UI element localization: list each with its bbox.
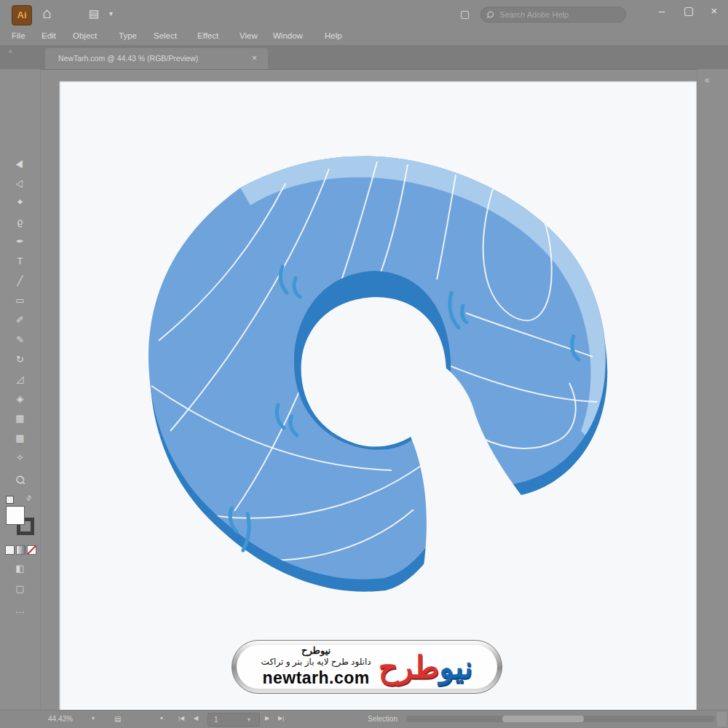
lasso-tool[interactable]: ϱ xyxy=(0,214,40,232)
color-mode-row xyxy=(5,545,37,554)
newtarh-logo: نیوطرح xyxy=(379,651,473,683)
rotate-tool[interactable]: ↻ xyxy=(0,352,40,369)
menu-file[interactable]: File xyxy=(12,31,25,40)
panel-dock: « xyxy=(697,69,728,710)
last-artboard-button[interactable]: ▶| xyxy=(278,715,284,721)
menu-view[interactable]: View xyxy=(240,31,258,40)
arrange-documents-icon[interactable]: ▤ xyxy=(89,7,99,20)
logo-red-text: طرح xyxy=(379,652,440,683)
artboard-nav-icon[interactable]: ▤ xyxy=(114,715,121,723)
menu-bar: File Edit Object Type Select Effect View… xyxy=(0,29,728,45)
home-icon[interactable]: ⌂ xyxy=(42,4,52,22)
prev-artboard-button[interactable]: ◀ xyxy=(194,715,198,721)
app-bar: Ai ⌂ ▤ ▾ ▢ Ϙ – ▢ × xyxy=(0,0,728,29)
watermark-content: نیوطرح نیوطرح دانلود طرح لایه باز بنر و … xyxy=(237,645,497,689)
zoom-tool[interactable]: Ϙ xyxy=(0,472,40,489)
workspace-icon[interactable]: ▢ xyxy=(460,8,470,20)
menu-help[interactable]: Help xyxy=(325,31,342,40)
artboard-number-field[interactable]: 1 ▾ xyxy=(207,713,260,727)
illustrator-window: Ai ⌂ ▤ ▾ ▢ Ϙ – ▢ × File Edit Object Type… xyxy=(0,0,728,728)
selection-tool[interactable]: ▶ xyxy=(0,155,40,173)
menu-window[interactable]: Window xyxy=(273,31,303,40)
artboard-field-chevron-icon[interactable]: ▾ xyxy=(248,716,250,723)
eyedropper-tool[interactable]: ✧ xyxy=(0,450,40,467)
dock-collapse-icon[interactable]: « xyxy=(705,75,710,85)
scale-tool[interactable]: ◿ xyxy=(0,371,40,389)
type-tool[interactable]: T xyxy=(0,253,40,271)
line-segment-tool[interactable]: ╱ xyxy=(0,273,40,290)
draw-mode-button[interactable]: ◧ xyxy=(0,563,40,574)
next-artboard-button[interactable]: ▶ xyxy=(265,715,269,721)
mesh-tool[interactable]: ▦ xyxy=(0,411,40,428)
canvas-area[interactable] xyxy=(0,0,728,728)
pen-tool[interactable]: ✒ xyxy=(0,234,40,251)
direct-selection-tool[interactable]: ▷ xyxy=(0,175,40,192)
watermark-badge: نیوطرح نیوطرح دانلود طرح لایه باز بنر و … xyxy=(232,640,502,694)
logo-blue-text: نیو xyxy=(439,652,472,683)
document-tab[interactable]: NewTarh.com @ 44.43 % (RGB/Preview) × xyxy=(45,48,268,69)
artboard-nav-chevron-icon[interactable]: ▾ xyxy=(160,715,163,721)
status-tool-label: Selection xyxy=(368,715,397,723)
close-button[interactable]: × xyxy=(706,4,722,17)
zoom-level[interactable]: 44.43% xyxy=(48,715,73,723)
document-tab-bar: ^ NewTarh.com @ 44.43 % (RGB/Preview) × xyxy=(0,45,728,70)
gradient-button[interactable] xyxy=(16,545,25,555)
paintbrush-tool[interactable]: ✐ xyxy=(0,312,40,330)
tab-collapse-icon[interactable]: ^ xyxy=(9,50,12,58)
watermark-tagline: دانلود طرح لایه باز بنر و تراکت xyxy=(261,657,371,668)
restore-button[interactable]: ▢ xyxy=(681,4,697,17)
menu-effect[interactable]: Effect xyxy=(197,31,218,40)
document-title: NewTarh.com @ 44.43 % (RGB/Preview) xyxy=(58,54,198,63)
default-swatches-icon[interactable] xyxy=(6,496,14,504)
pencil-tool[interactable]: ✎ xyxy=(0,332,40,349)
color-button[interactable] xyxy=(5,545,15,555)
edit-toolbar-button[interactable]: … xyxy=(0,604,40,615)
menu-type[interactable]: Type xyxy=(119,31,137,40)
menu-select[interactable]: Select xyxy=(154,31,177,40)
search-input[interactable] xyxy=(498,9,620,20)
scrollbar-thumb[interactable] xyxy=(502,716,584,722)
fill-stroke-control[interactable]: ⇄ xyxy=(6,496,36,539)
shape-builder-tool[interactable]: ◈ xyxy=(0,391,40,408)
swap-fill-stroke-icon[interactable]: ⇄ xyxy=(25,494,33,502)
resize-grip[interactable] xyxy=(717,712,727,727)
first-artboard-button[interactable]: |◀ xyxy=(178,715,184,721)
magic-wand-tool[interactable]: ✦ xyxy=(0,194,40,212)
menu-edit[interactable]: Edit xyxy=(41,31,56,40)
minimize-button[interactable]: – xyxy=(654,4,670,17)
rectangle-tool[interactable]: ▭ xyxy=(0,293,40,310)
menu-object[interactable]: Object xyxy=(73,31,97,40)
arrange-chevron-icon[interactable]: ▾ xyxy=(109,9,113,17)
fill-swatch[interactable] xyxy=(6,506,25,525)
none-button[interactable] xyxy=(27,545,36,555)
search-icon: Ϙ xyxy=(484,9,496,21)
tab-close-icon[interactable]: × xyxy=(252,53,257,63)
tools-panel: ▶ ▷ ✦ ϱ ✒ T ╱ ▭ ✐ ✎ ↻ ◿ ◈ ▦ ▩ ✧ Ϙ ⇄ ◧ ▢ … xyxy=(0,69,41,710)
watermark-text-stack: نیوطرح دانلود طرح لایه باز بنر و تراکت n… xyxy=(261,645,371,689)
artboard-number: 1 xyxy=(214,716,218,724)
watermark-brand: نیوطرح xyxy=(301,645,331,657)
zoom-chevron-icon[interactable]: ▾ xyxy=(92,715,95,721)
gradient-tool[interactable]: ▩ xyxy=(0,430,40,448)
watermark-domain: newtarh.com xyxy=(262,668,369,689)
help-search[interactable]: Ϙ xyxy=(480,7,626,23)
neck-pillow-artwork[interactable] xyxy=(149,156,607,591)
screen-mode-button[interactable]: ▢ xyxy=(0,583,40,594)
app-logo-icon[interactable]: Ai xyxy=(12,5,32,25)
